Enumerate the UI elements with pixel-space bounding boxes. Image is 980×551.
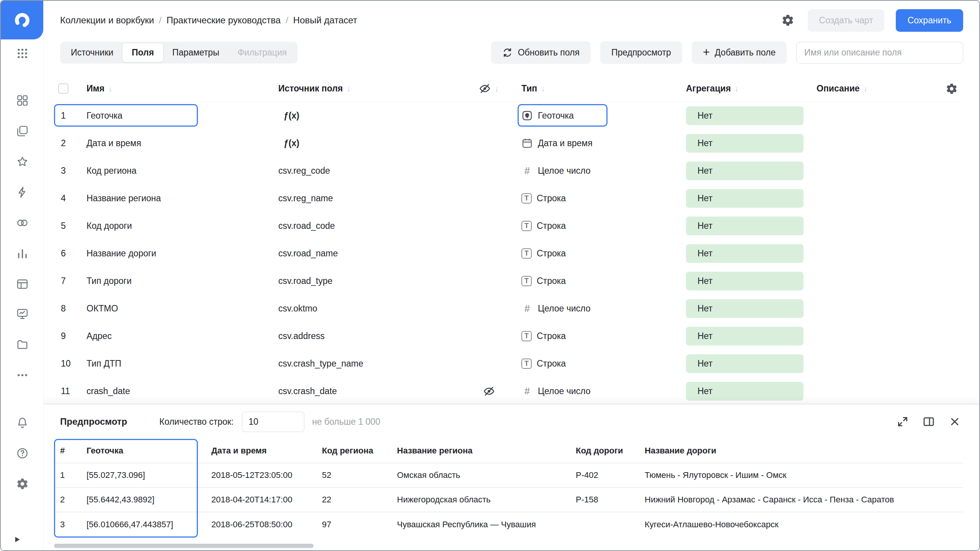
expand-preview-button[interactable] (894, 413, 911, 430)
field-row[interactable]: 4Название регионаcsv.reg_nameTСтрокаНет (54, 184, 963, 212)
add-field-button[interactable]: + Добавить поле (692, 41, 787, 64)
field-name[interactable]: Код региона (87, 166, 137, 176)
field-description[interactable] (813, 322, 940, 350)
field-search-input[interactable] (796, 42, 963, 64)
sidebar-item-favorites[interactable] (11, 151, 33, 172)
field-type-select[interactable]: #Целое число (521, 165, 591, 176)
column-header-aggregation[interactable]: Агрегация↓ (682, 76, 813, 101)
save-button[interactable]: Сохранить (896, 9, 963, 32)
formula-icon[interactable]: ƒ(x) (284, 138, 299, 148)
field-row[interactable]: 11crash_datecsv.crash_date#Целое числоНе… (54, 377, 963, 405)
field-name[interactable]: Название региона (87, 193, 161, 204)
expand-sidebar-icon[interactable] (6, 529, 28, 550)
field-row[interactable]: 10Тип ДТПcsv.crash_type_nameTСтрокаНет (54, 350, 963, 377)
sidebar-item-widgets[interactable] (11, 90, 33, 111)
field-name[interactable]: Код дороги (87, 221, 132, 231)
field-name[interactable]: Адрес (87, 331, 112, 341)
field-type-select[interactable]: TСтрока (521, 248, 566, 259)
apps-grid-icon[interactable] (11, 42, 33, 64)
field-name[interactable]: Геоточка (87, 111, 122, 121)
create-chart-button[interactable]: Создать чарт (808, 9, 884, 32)
aggregation-select[interactable]: Нет (686, 106, 804, 125)
sidebar-item-editor[interactable] (11, 181, 33, 203)
field-name[interactable]: Название дороги (87, 248, 156, 259)
datalens-logo[interactable] (1, 1, 43, 39)
aggregation-select[interactable]: Нет (686, 272, 804, 290)
aggregation-select[interactable]: Нет (686, 134, 804, 153)
field-row[interactable]: 7Тип дорогиcsv.road_typeTСтрокаНет (54, 267, 963, 295)
field-row[interactable]: 6Название дорогиcsv.road_nameTСтрокаНет (54, 240, 963, 267)
field-row[interactable]: 3Код регионаcsv.reg_code#Целое числоНет (54, 157, 963, 184)
sidebar-item-monitoring[interactable] (11, 303, 33, 324)
sidebar-item-datasets[interactable] (11, 273, 33, 295)
horizontal-scrollbar[interactable] (54, 544, 314, 548)
field-description[interactable] (813, 102, 940, 129)
field-description[interactable] (813, 267, 940, 295)
column-header-hidden[interactable]: ↓ (472, 76, 506, 101)
split-view-button[interactable] (920, 413, 937, 430)
aggregation-select[interactable]: Нет (686, 189, 804, 208)
notifications-bell-icon[interactable] (11, 412, 33, 433)
formula-icon[interactable]: ƒ(x) (284, 111, 299, 121)
tab-filtering[interactable]: Фильтрация (229, 43, 296, 62)
breadcrumb-guides[interactable]: Практические руководства (167, 15, 281, 26)
preview-column-datetime: Дата и время (211, 446, 322, 456)
field-description[interactable] (813, 212, 940, 240)
field-row[interactable]: 5Код дорогиcsv.road_codeTСтрокаНет (54, 212, 963, 240)
aggregation-select[interactable]: Нет (686, 161, 804, 180)
column-header-description[interactable]: Описание↓ (813, 76, 940, 101)
aggregation-select[interactable]: Нет (686, 299, 804, 318)
field-type-select[interactable]: Геоточка (521, 110, 574, 121)
preview-toggle-button[interactable]: Предпросмотр (600, 41, 682, 64)
sidebar-item-collections[interactable] (11, 120, 33, 142)
tab-parameters[interactable]: Параметры (163, 43, 229, 62)
field-description[interactable] (813, 157, 940, 184)
tab-sources[interactable]: Источники (62, 43, 122, 62)
sidebar-item-connections[interactable] (11, 212, 33, 233)
field-description[interactable] (813, 184, 940, 212)
breadcrumb-collections[interactable]: Коллекции и воркбуки (60, 15, 154, 26)
field-name[interactable]: ОКТМО (87, 303, 118, 314)
select-all-checkbox[interactable] (58, 83, 69, 94)
tab-fields[interactable]: Поля (122, 43, 163, 62)
field-type-select[interactable]: TСтрока (521, 331, 566, 341)
sidebar-item-storage[interactable] (11, 334, 33, 355)
field-name[interactable]: Дата и время (87, 138, 141, 148)
field-row[interactable]: 8ОКТМОcsv.oktmo#Целое числоНет (54, 295, 963, 322)
field-type-select[interactable]: TСтрока (521, 221, 566, 231)
field-row[interactable]: 9Адресcsv.addressTСтрокаНет (54, 322, 963, 350)
column-header-source[interactable]: Источник поля↓ (278, 76, 472, 101)
field-type-select[interactable]: TСтрока (521, 193, 566, 204)
refresh-fields-button[interactable]: Обновить поля (491, 41, 591, 64)
field-description[interactable] (813, 240, 940, 267)
aggregation-select[interactable]: Нет (686, 244, 804, 263)
field-name[interactable]: crash_date (87, 386, 130, 396)
field-type-select[interactable]: #Целое число (521, 386, 591, 397)
field-description[interactable] (813, 295, 940, 322)
column-header-name[interactable]: Имя↓ (87, 76, 278, 101)
aggregation-select[interactable]: Нет (686, 217, 804, 235)
field-description[interactable] (813, 350, 940, 377)
table-settings-gear-button[interactable] (943, 80, 960, 97)
aggregation-select[interactable]: Нет (686, 354, 804, 373)
field-type-select[interactable]: TСтрока (521, 276, 566, 286)
field-row[interactable]: 2Дата и времяƒ(x)Дата и времяНет (54, 129, 963, 157)
field-row[interactable]: 1Геоточкаƒ(x)ГеоточкаНет (54, 102, 963, 129)
field-type-select[interactable]: #Целое число (521, 303, 591, 314)
close-preview-button[interactable] (946, 413, 963, 430)
field-name[interactable]: Тип ДТП (87, 359, 121, 369)
aggregation-select[interactable]: Нет (686, 382, 804, 401)
dataset-settings-gear-button[interactable] (779, 12, 796, 29)
help-icon[interactable] (11, 442, 33, 464)
settings-gear-icon[interactable] (11, 473, 33, 494)
column-header-type[interactable]: Тип↓ (506, 76, 682, 101)
field-description[interactable] (813, 377, 940, 405)
sidebar-item-charts[interactable] (11, 243, 33, 264)
field-type-select[interactable]: TСтрока (521, 359, 566, 369)
field-type-select[interactable]: Дата и время (521, 137, 593, 149)
aggregation-select[interactable]: Нет (686, 327, 804, 346)
row-count-input[interactable] (242, 412, 304, 432)
sidebar-item-more[interactable] (11, 364, 33, 386)
field-name[interactable]: Тип дороги (87, 276, 132, 286)
field-description[interactable] (813, 129, 940, 157)
